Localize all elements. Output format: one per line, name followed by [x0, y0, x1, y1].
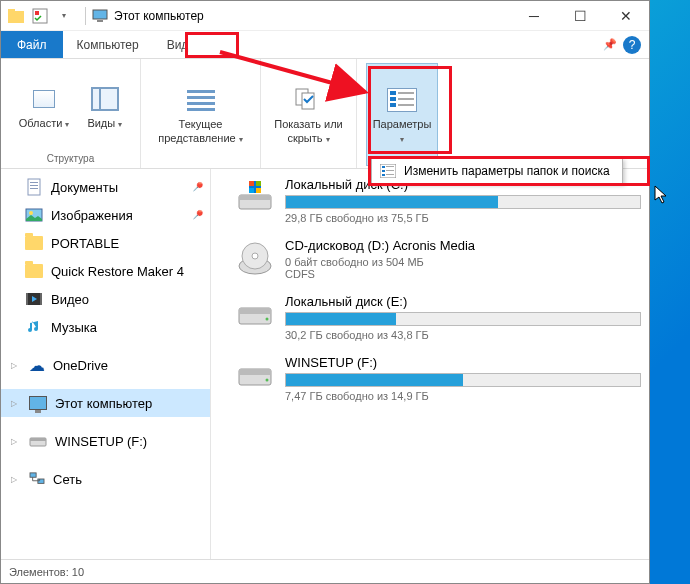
- pin-icon: 📍: [187, 205, 206, 224]
- drive-free-space: 29,8 ГБ свободно из 75,5 ГБ: [285, 212, 641, 224]
- content-pane[interactable]: Локальный диск (C:)29,8 ГБ свободно из 7…: [211, 169, 649, 559]
- title-bar: ▾ Этот компьютер ─ ☐ ✕: [1, 1, 649, 31]
- drive-usage-bar: [285, 373, 641, 387]
- svg-point-37: [252, 253, 258, 259]
- drive-name: WINSETUP (F:): [285, 355, 641, 370]
- svg-rect-14: [386, 174, 394, 175]
- svg-rect-15: [28, 179, 40, 195]
- sidebar-item-winsetup[interactable]: ▷ WINSETUP (F:): [1, 427, 210, 455]
- close-button[interactable]: ✕: [603, 1, 649, 31]
- svg-rect-11: [382, 170, 385, 172]
- svg-rect-3: [35, 11, 39, 15]
- areas-button[interactable]: Области ▾: [12, 63, 77, 151]
- svg-rect-10: [386, 166, 394, 167]
- onedrive-icon: ☁: [29, 356, 45, 375]
- svg-rect-22: [26, 293, 28, 305]
- svg-point-20: [29, 211, 33, 215]
- show-hide-button[interactable]: Показать или скрыть ▾: [267, 63, 350, 166]
- svg-rect-4: [93, 10, 107, 19]
- svg-rect-33: [249, 188, 254, 193]
- drive-usage-bar: [285, 195, 641, 209]
- ribbon: Области ▾ Виды ▾ Структура Текущее предс…: [1, 59, 649, 169]
- sidebar-item-this-pc[interactable]: ▷ Этот компьютер: [1, 389, 210, 417]
- current-view-button[interactable]: Текущее представление ▾: [147, 63, 254, 166]
- svg-rect-29: [239, 195, 271, 200]
- group-structure-label: Структура: [47, 151, 94, 166]
- this-pc-icon: [92, 8, 108, 24]
- help-icon[interactable]: ?: [623, 36, 641, 54]
- svg-rect-25: [30, 438, 46, 441]
- drive-item[interactable]: CD-дисковод (D:) Acronis Media0 байт сво…: [219, 238, 641, 280]
- minimize-button[interactable]: ─: [511, 1, 557, 31]
- svg-rect-5: [97, 20, 103, 22]
- drive-item[interactable]: Локальный диск (E:)30,2 ГБ свободно из 4…: [219, 294, 641, 341]
- views-button[interactable]: Виды ▾: [80, 63, 129, 151]
- svg-rect-1: [8, 9, 15, 12]
- ribbon-pin-icon[interactable]: 📌: [603, 38, 617, 51]
- svg-rect-39: [239, 308, 271, 314]
- drive-name: Локальный диск (E:): [285, 294, 641, 309]
- svg-rect-17: [30, 185, 38, 186]
- drive-free-space: 30,2 ГБ свободно из 43,8 ГБ: [285, 329, 641, 341]
- qat-dropdown-icon[interactable]: ▾: [53, 5, 75, 27]
- pin-icon: 📍: [187, 177, 206, 196]
- sidebar-item-images[interactable]: Изображения📍: [1, 201, 210, 229]
- svg-rect-34: [256, 188, 261, 193]
- tab-view[interactable]: Вид: [153, 31, 203, 58]
- svg-rect-16: [30, 182, 38, 183]
- drive-filesystem: CDFS: [285, 268, 641, 280]
- this-pc-icon: [29, 396, 47, 410]
- svg-rect-23: [40, 293, 42, 305]
- drive-icon: [235, 238, 275, 278]
- svg-rect-13: [382, 174, 385, 176]
- drive-name: CD-дисковод (D:) Acronis Media: [285, 238, 641, 253]
- explorer-window: ▾ Этот компьютер ─ ☐ ✕ Файл Компьютер Ви…: [0, 0, 650, 584]
- tab-bar: Файл Компьютер Вид 📌 ?: [1, 31, 649, 59]
- svg-rect-9: [382, 166, 385, 168]
- window-title: Этот компьютер: [114, 9, 511, 23]
- quick-access-toolbar: ▾: [1, 5, 79, 27]
- drive-icon: [235, 294, 275, 334]
- drive-item[interactable]: WINSETUP (F:)7,47 ГБ свободно из 14,9 ГБ: [219, 355, 641, 402]
- drive-item[interactable]: Локальный диск (C:)29,8 ГБ свободно из 7…: [219, 177, 641, 224]
- sidebar-item-onedrive[interactable]: ▷ ☁ OneDrive: [1, 351, 210, 379]
- sidebar-item-documents[interactable]: Документы📍: [1, 173, 210, 201]
- maximize-button[interactable]: ☐: [557, 1, 603, 31]
- svg-point-43: [266, 379, 269, 382]
- svg-rect-32: [256, 181, 261, 186]
- svg-rect-42: [239, 369, 271, 375]
- svg-rect-0: [8, 11, 24, 23]
- sidebar-item-music[interactable]: Музыка: [1, 313, 210, 341]
- drive-free-space: 7,47 ГБ свободно из 14,9 ГБ: [285, 390, 641, 402]
- change-folder-options-label: Изменить параметры папок и поиска: [404, 164, 610, 178]
- drive-icon: [235, 355, 275, 395]
- change-folder-options[interactable]: Изменить параметры папок и поиска: [372, 159, 622, 183]
- sidebar-item-video[interactable]: Видео: [1, 285, 210, 313]
- cursor-icon: [654, 185, 670, 209]
- svg-rect-12: [386, 170, 394, 171]
- status-elements-count: 10: [72, 566, 84, 578]
- sidebar-item-qrm[interactable]: Quick Restore Maker 4: [1, 257, 210, 285]
- status-elements-label: Элементов:: [9, 566, 69, 578]
- drive-free-space: 0 байт свободно из 504 МБ: [285, 256, 641, 268]
- desktop-background: [650, 0, 690, 584]
- properties-icon[interactable]: [29, 5, 51, 27]
- options-button[interactable]: Параметры▾: [366, 63, 439, 166]
- svg-rect-31: [249, 181, 254, 186]
- drive-usage-bar: [285, 312, 641, 326]
- svg-rect-26: [30, 473, 36, 477]
- navigation-pane[interactable]: Документы📍 Изображения📍 PORTABLE Quick R…: [1, 169, 211, 559]
- tab-computer[interactable]: Компьютер: [63, 31, 153, 58]
- svg-point-40: [266, 318, 269, 321]
- tab-file[interactable]: Файл: [1, 31, 63, 58]
- sidebar-item-portable[interactable]: PORTABLE: [1, 229, 210, 257]
- sidebar-item-network[interactable]: ▷ Сеть: [1, 465, 210, 493]
- explorer-icon[interactable]: [5, 5, 27, 27]
- status-bar: Элементов: 10: [1, 559, 649, 583]
- drive-icon: [235, 177, 275, 217]
- svg-rect-18: [30, 188, 38, 189]
- body: Документы📍 Изображения📍 PORTABLE Quick R…: [1, 169, 649, 559]
- options-dropdown: Изменить параметры папок и поиска: [371, 158, 623, 184]
